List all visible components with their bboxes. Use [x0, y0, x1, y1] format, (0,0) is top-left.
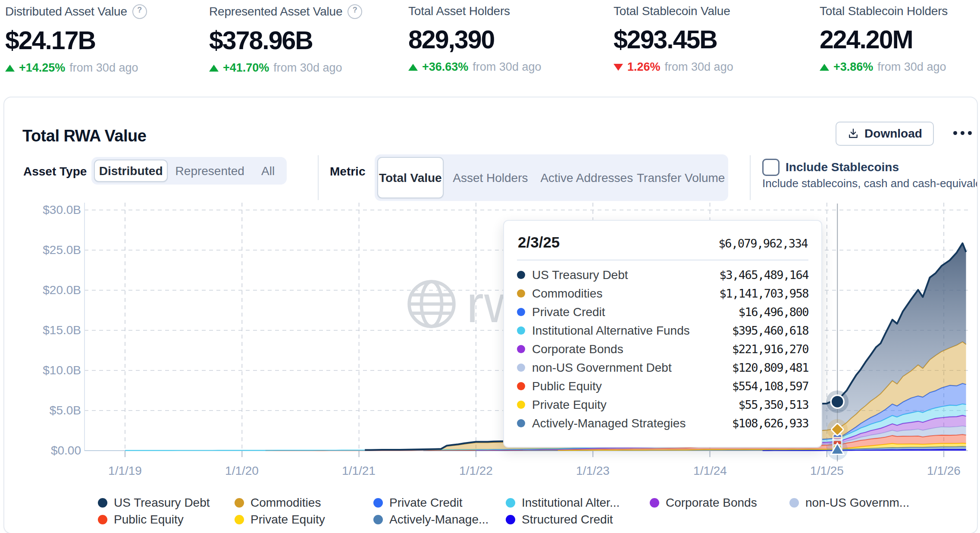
ellipsis-icon [953, 131, 957, 135]
series-dot-icon [517, 289, 525, 298]
legend-dot-icon [98, 515, 107, 524]
stat-value: $24.17B [5, 26, 199, 55]
chart-tooltip: 2/3/25 $6,079,962,334 US Treasury Debt$3… [503, 220, 822, 448]
stat-value: 829,390 [408, 25, 602, 54]
x-axis-tick: 1/1/19 [95, 464, 155, 478]
legend-dot-icon [789, 498, 799, 508]
metric-tab-total-value[interactable]: Total Value [377, 157, 444, 198]
series-dot-icon [517, 308, 525, 316]
series-dot-icon [517, 326, 525, 335]
asset-type-segmented-control: Distributed Represented All [91, 157, 287, 185]
asset-type-option-all[interactable]: All [252, 160, 284, 182]
legend-item-structured-credit[interactable]: Structured Credit [506, 511, 613, 528]
divider [750, 155, 751, 200]
stat-label: Total Asset Holders [408, 4, 510, 18]
metric-tab-transfer-volume[interactable]: Transfer Volume [636, 157, 726, 198]
x-axis-tick: 1/1/21 [329, 464, 389, 478]
tooltip-row: Public Equity$554,108,597 [517, 377, 808, 395]
x-axis-tick: 1/1/25 [797, 464, 857, 478]
legend-item-corporate-bonds[interactable]: Corporate Bonds [650, 494, 757, 511]
page-title: Total RWA Value [22, 127, 146, 145]
help-icon[interactable] [132, 4, 147, 19]
tooltip-row: Actively-Managed Strategies$108,626,933 [517, 414, 808, 433]
more-options-button[interactable] [949, 122, 976, 144]
metric-tab-asset-holders[interactable]: Asset Holders [444, 157, 537, 198]
y-axis-tick: $5.0B [17, 404, 81, 417]
x-axis-tick: 1/1/23 [563, 464, 623, 478]
stat-label: Total Stablecoin Value [614, 4, 730, 18]
legend-item-non-us-government-debt[interactable]: non-US Governm... [789, 494, 909, 511]
x-axis-tick: 1/1/22 [446, 464, 506, 478]
stat-note: from 30d ago [273, 61, 342, 75]
rwa-dashboard: Distributed Asset Value $24.17B +14.25% … [0, 0, 980, 533]
y-axis-tick: $20.0B [17, 283, 81, 297]
tooltip-row: Corporate Bonds$221,916,270 [517, 340, 808, 358]
include-stablecoins-label: Include Stablecoins [786, 160, 899, 174]
include-stablecoins-checkbox[interactable] [762, 159, 780, 176]
legend-dot-icon [235, 515, 244, 524]
stat-total-asset-holders: Total Asset Holders 829,390 +36.63% from… [408, 4, 602, 74]
asset-type-option-represented[interactable]: Represented [168, 160, 252, 182]
stat-note: from 30d ago [69, 61, 138, 75]
asset-type-option-distributed[interactable]: Distributed [94, 160, 168, 182]
metric-tab-active-addresses[interactable]: Active Addresses [537, 157, 636, 198]
legend-item-institutional-alternative-funds[interactable]: Institutional Alter... [506, 494, 620, 511]
legend-dot-icon [650, 498, 659, 508]
series-dot-icon [517, 419, 525, 427]
x-axis-tick: 1/1/26 [914, 464, 974, 478]
download-label: Download [864, 127, 922, 141]
y-axis-tick: $10.0B [17, 364, 81, 377]
legend-dot-icon [98, 498, 107, 508]
stat-represented-asset-value: Represented Asset Value $378.96B +41.70%… [209, 4, 403, 75]
y-axis-tick: $30.0B [17, 203, 81, 217]
legend-item-commodities[interactable]: Commodities [235, 494, 321, 511]
down-arrow-icon [614, 64, 623, 71]
download-button[interactable]: Download [836, 122, 934, 146]
legend-dot-icon [235, 498, 244, 508]
legend-item-public-equity[interactable]: Public Equity [98, 511, 184, 528]
x-axis-tick: 1/1/20 [212, 464, 272, 478]
tooltip-rows: US Treasury Debt$3,465,489,164 Commoditi… [517, 266, 808, 433]
stat-value: $378.96B [209, 26, 403, 55]
stat-note: from 30d ago [665, 60, 733, 74]
legend-item-actively-managed-strategies[interactable]: Actively-Manage... [373, 511, 488, 528]
legend-item-private-credit[interactable]: Private Credit [373, 494, 463, 511]
stat-total-stablecoin-holders: Total Stablecoin Holders 224.20M +3.86% … [820, 4, 980, 74]
download-icon [847, 128, 859, 140]
series-dot-icon [517, 271, 525, 279]
legend-dot-icon [506, 515, 515, 524]
include-stablecoins-description: Include stablecoins, cash and cash-equiv… [762, 177, 977, 190]
legend-item-private-equity[interactable]: Private Equity [235, 511, 325, 528]
tooltip-row: US Treasury Debt$3,465,489,164 [517, 266, 808, 284]
legend-item-us-treasury-debt[interactable]: US Treasury Debt [98, 494, 210, 511]
tooltip-row: Institutional Alternative Funds$395,460,… [517, 321, 808, 340]
x-axis-tick: 1/1/24 [680, 464, 740, 478]
stat-label: Represented Asset Value [209, 5, 342, 19]
y-axis-tick: $25.0B [17, 243, 81, 257]
up-arrow-icon [408, 64, 418, 71]
stat-total-stablecoin-value: Total Stablecoin Value $293.45B 1.26% fr… [614, 4, 808, 74]
series-dot-icon [517, 345, 525, 353]
tooltip-total: $6,079,962,334 [718, 237, 808, 250]
metric-label: Metric [330, 165, 365, 179]
stat-distributed-asset-value: Distributed Asset Value $24.17B +14.25% … [5, 4, 199, 75]
help-icon[interactable] [348, 4, 362, 19]
stat-delta: +36.63% [422, 60, 468, 74]
legend-dot-icon [506, 498, 515, 508]
metric-segmented-control: Total Value Asset Holders Active Address… [375, 154, 728, 201]
divider [318, 155, 319, 200]
tooltip-date: 2/3/25 [518, 234, 560, 251]
stat-delta: +3.86% [833, 60, 873, 74]
up-arrow-icon [5, 65, 15, 72]
series-dot-icon [517, 364, 525, 372]
stat-value: $293.45B [614, 25, 808, 54]
legend-dot-icon [373, 498, 383, 508]
stat-label: Total Stablecoin Holders [820, 4, 948, 18]
tooltip-row: Commodities$1,141,703,958 [517, 284, 808, 303]
stat-value: 224.20M [820, 25, 980, 54]
stat-note: from 30d ago [877, 60, 946, 74]
stat-delta: 1.26% [627, 60, 661, 74]
stat-delta: +14.25% [19, 61, 65, 75]
tooltip-row: non-US Government Debt$120,809,481 [517, 358, 808, 377]
legend-dot-icon [373, 515, 383, 524]
